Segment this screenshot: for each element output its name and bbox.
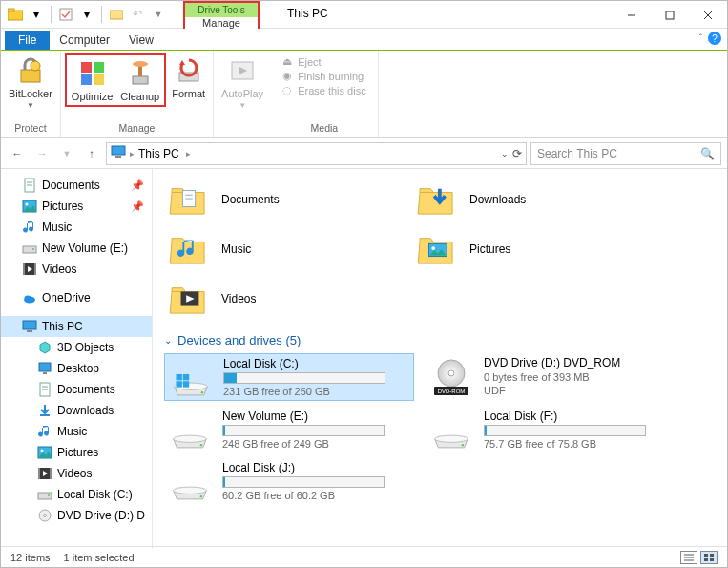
icons-view-button[interactable] bbox=[700, 551, 718, 564]
optimize-label: Optimize bbox=[72, 91, 113, 102]
search-icon[interactable]: 🔍 bbox=[700, 147, 715, 160]
desktop-icon bbox=[37, 361, 52, 376]
explorer-icon bbox=[7, 6, 24, 23]
drive-icon bbox=[167, 461, 213, 501]
sidebar-item-onedrive[interactable]: OneDrive bbox=[1, 287, 152, 308]
chevron-right-icon[interactable]: ▸ bbox=[130, 149, 135, 158]
devices-header[interactable]: ⌄ Devices and drives (5) bbox=[164, 333, 716, 347]
svg-text:DVD-ROM: DVD-ROM bbox=[438, 389, 466, 394]
breadcrumb-thispc[interactable]: This PC▸ bbox=[138, 147, 191, 160]
svg-rect-74 bbox=[710, 554, 714, 557]
context-tab-drive-tools[interactable]: Drive Tools Manage bbox=[183, 1, 260, 29]
back-button[interactable]: ← bbox=[7, 143, 28, 164]
sidebar-item-videos[interactable]: Videos bbox=[1, 463, 152, 484]
folder-item-videos[interactable]: Videos bbox=[164, 276, 403, 322]
svg-point-25 bbox=[32, 248, 34, 250]
folder-item-pictures[interactable]: Pictures bbox=[412, 226, 651, 272]
search-input[interactable]: Search This PC 🔍 bbox=[530, 142, 721, 165]
new-folder-icon[interactable] bbox=[108, 6, 125, 23]
format-button[interactable]: Format bbox=[168, 53, 209, 107]
sidebar-item-label: Documents bbox=[57, 383, 115, 396]
svg-point-68 bbox=[174, 487, 207, 494]
chevron-down-icon[interactable]: ⌄ bbox=[164, 335, 172, 346]
sidebar-item-desktop[interactable]: Desktop bbox=[1, 358, 152, 379]
folder-icon bbox=[168, 280, 210, 318]
finish-burning-button: ◉Finish burning bbox=[282, 70, 366, 82]
cleanup-button[interactable]: Cleanup bbox=[116, 56, 163, 104]
svg-rect-27 bbox=[23, 263, 25, 275]
quick-access-toolbar: ▾ ▾ ↶ ▼ bbox=[1, 6, 167, 23]
content-pane[interactable]: DocumentsDownloadsMusicPicturesVideos ⌄ … bbox=[153, 169, 727, 549]
details-view-button[interactable] bbox=[680, 551, 697, 564]
svg-point-61 bbox=[448, 370, 454, 376]
drive-icon: DVD-ROM bbox=[428, 356, 474, 396]
drive-item[interactable]: Local Disk (C:) 231 GB free of 250 GB bbox=[164, 353, 414, 401]
folder-item-music[interactable]: Music bbox=[164, 226, 403, 272]
sidebar-item-3d[interactable]: 3D Objects bbox=[1, 337, 152, 358]
folders-section: DocumentsDownloadsMusicPicturesVideos bbox=[164, 177, 716, 322]
recent-dropdown-icon[interactable]: ▼ bbox=[56, 143, 77, 164]
sidebar-item-dvd[interactable]: DVD Drive (D:) D bbox=[1, 505, 152, 526]
disc-icon: ◉ bbox=[282, 70, 292, 82]
autoplay-icon bbox=[227, 55, 258, 86]
dropdown-icon: ▼ bbox=[239, 101, 246, 110]
drive-item[interactable]: DVD-ROM DVD Drive (D:) DVD_ROM 0 bytes f… bbox=[426, 353, 676, 401]
tab-computer[interactable]: Computer bbox=[50, 31, 119, 50]
optimize-icon bbox=[77, 58, 108, 89]
qat-chevron-icon[interactable]: ▼ bbox=[150, 6, 167, 23]
ribbon-group-media: ⏏Eject ◉Finish burning ◌Erase this disc … bbox=[271, 51, 379, 137]
ribbon-collapse-icon[interactable]: ˆ bbox=[699, 33, 702, 44]
sidebar-item-downloads[interactable]: Downloads bbox=[1, 400, 152, 421]
highlight-box-manage: Optimize Cleanup bbox=[65, 53, 166, 107]
svg-rect-73 bbox=[704, 554, 708, 557]
bitlocker-button[interactable]: BitLocker ▼ bbox=[5, 53, 56, 112]
drives-section: Local Disk (C:) 231 GB free of 250 GB DV… bbox=[164, 353, 716, 504]
help-icon[interactable]: ? bbox=[708, 32, 721, 45]
sidebar-item-drive[interactable]: Local Disk (C:) bbox=[1, 484, 152, 505]
sidebar-item-documents[interactable]: Documents bbox=[1, 379, 152, 400]
drive-free-text: 231 GB free of 250 GB bbox=[223, 386, 410, 397]
drive-name: DVD Drive (D:) DVD_ROM bbox=[484, 356, 673, 369]
svg-rect-42 bbox=[38, 468, 40, 479]
drive-item[interactable]: Local Disk (J:) 60.2 GB free of 60.2 GB bbox=[164, 458, 414, 504]
drive-format: UDF bbox=[484, 385, 673, 396]
folder-item-downloads[interactable]: Downloads bbox=[412, 177, 651, 222]
address-bar[interactable]: ▸ This PC▸ ⌄ ⟳ bbox=[106, 142, 527, 165]
sidebar-item-music[interactable]: Music bbox=[1, 421, 152, 442]
downloads-icon bbox=[37, 403, 52, 418]
minimize-button[interactable] bbox=[613, 1, 651, 29]
properties-icon[interactable] bbox=[57, 6, 74, 23]
sidebar-item-pictures[interactable]: Pictures📌 bbox=[1, 196, 152, 217]
up-button[interactable]: ↑ bbox=[81, 143, 102, 164]
tab-view[interactable]: View bbox=[119, 31, 163, 50]
drive-item[interactable]: New Volume (E:) 248 GB free of 249 GB bbox=[164, 407, 414, 452]
erase-disc-button: ◌Erase this disc bbox=[282, 84, 366, 96]
sidebar-item-drive[interactable]: New Volume (E:) bbox=[1, 238, 152, 259]
file-tab[interactable]: File bbox=[5, 31, 50, 50]
optimize-button[interactable]: Optimize bbox=[68, 56, 116, 104]
sidebar-item-documents[interactable]: Documents📌 bbox=[1, 175, 152, 196]
qat-dropdown-icon[interactable]: ▾ bbox=[28, 6, 45, 23]
undo-icon[interactable]: ↶ bbox=[129, 6, 146, 23]
svg-rect-28 bbox=[34, 263, 36, 275]
svg-point-47 bbox=[44, 515, 47, 517]
ribbon-group-protect: BitLocker ▼ Protect bbox=[1, 51, 61, 137]
refresh-icon[interactable]: ⟳ bbox=[512, 147, 522, 160]
svg-rect-43 bbox=[50, 468, 52, 479]
main-area: Documents📌Pictures📌MusicNew Volume (E:)V… bbox=[1, 169, 727, 549]
sidebar-item-music[interactable]: Music bbox=[1, 217, 152, 238]
address-dropdown-icon[interactable]: ⌄ bbox=[501, 149, 509, 158]
folder-label: Documents bbox=[221, 193, 280, 206]
folder-item-documents[interactable]: Documents bbox=[164, 177, 403, 222]
sidebar-item-videos[interactable]: Videos bbox=[1, 259, 152, 280]
svg-rect-34 bbox=[43, 372, 47, 374]
status-selected-count: 1 item selected bbox=[64, 552, 135, 563]
close-button[interactable] bbox=[689, 1, 727, 29]
pc-icon bbox=[22, 319, 37, 334]
qat-dropdown2-icon[interactable]: ▾ bbox=[78, 6, 95, 23]
sidebar-item-thispc[interactable]: This PC bbox=[1, 316, 152, 337]
maximize-button[interactable] bbox=[651, 1, 689, 29]
navigation-pane[interactable]: Documents📌Pictures📌MusicNew Volume (E:)V… bbox=[1, 169, 153, 549]
drive-item[interactable]: Local Disk (F:) 75.7 GB free of 75.8 GB bbox=[426, 407, 676, 452]
sidebar-item-pictures[interactable]: Pictures bbox=[1, 442, 152, 463]
